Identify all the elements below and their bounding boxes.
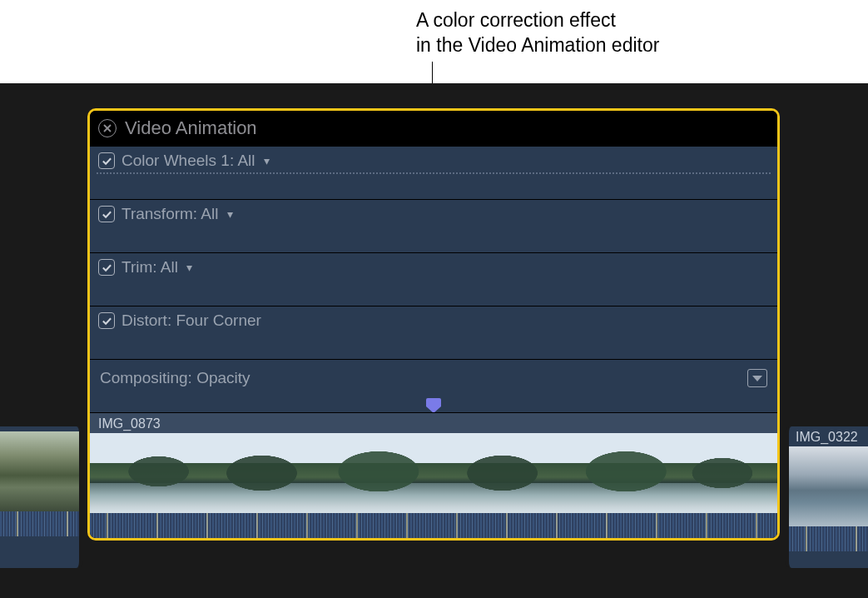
chevron-down-icon[interactable]: ▾ bbox=[186, 261, 192, 274]
clip-row[interactable]: IMG_0873 bbox=[90, 412, 777, 538]
clip-filmstrip bbox=[90, 433, 777, 513]
panel-title: Video Animation bbox=[125, 117, 257, 139]
chevron-down-icon[interactable]: ▾ bbox=[264, 154, 270, 167]
track-row-header: Trim: All ▾ bbox=[90, 253, 777, 277]
track-label: Trim: All bbox=[122, 258, 178, 277]
chevron-down-icon[interactable]: ▾ bbox=[227, 207, 233, 221]
track-label: Distort: Four Corner bbox=[122, 311, 261, 330]
track-row-header: Color Wheels 1: All ▾ bbox=[90, 147, 777, 170]
compositing-label: Compositing: Opacity bbox=[100, 369, 250, 387]
help-annotation: A color correction effect in the Video A… bbox=[416, 8, 659, 58]
track-row-transform[interactable]: Transform: All ▾ bbox=[90, 199, 777, 252]
adjacent-clip-right[interactable]: IMG_0322 bbox=[785, 426, 868, 568]
track-label: Color Wheels 1: All bbox=[122, 152, 255, 170]
adjacent-clip-left-filmstrip bbox=[0, 431, 79, 511]
track-row-distort[interactable]: Distort: Four Corner bbox=[90, 306, 777, 359]
track-row-compositing[interactable]: Compositing: Opacity bbox=[90, 359, 777, 412]
compositing-header: Compositing: Opacity bbox=[90, 360, 777, 396]
adjacent-clip-left-waveform bbox=[0, 511, 79, 536]
track-row-color-wheels[interactable]: Color Wheels 1: All ▾ bbox=[90, 146, 777, 199]
track-dotted-line bbox=[97, 172, 771, 174]
adjacent-clip-left[interactable] bbox=[0, 426, 83, 568]
keyframe-handle[interactable] bbox=[426, 398, 441, 413]
video-animation-panel: Video Animation Color Wheels 1: All ▾ Tr… bbox=[87, 108, 780, 541]
adjacent-clip-right-waveform bbox=[789, 526, 868, 551]
track-row-header: Transform: All ▾ bbox=[90, 200, 777, 223]
expand-down-icon[interactable] bbox=[747, 369, 767, 387]
panel-header: Video Animation bbox=[90, 111, 777, 146]
adjacent-clip-right-filmstrip bbox=[789, 446, 868, 526]
annotation-line-1: A color correction effect bbox=[416, 9, 616, 31]
adjacent-clip-right-label: IMG_0322 bbox=[789, 426, 868, 446]
annotation-line-2: in the Video Animation editor bbox=[416, 34, 659, 56]
close-icon[interactable] bbox=[98, 119, 117, 137]
track-checkbox[interactable] bbox=[98, 206, 115, 222]
track-checkbox[interactable] bbox=[98, 312, 115, 329]
track-checkbox[interactable] bbox=[98, 259, 115, 276]
track-row-header: Distort: Four Corner bbox=[90, 306, 777, 330]
clip-name-label: IMG_0873 bbox=[90, 413, 777, 433]
track-checkbox[interactable] bbox=[98, 152, 115, 169]
track-label: Transform: All bbox=[122, 205, 219, 223]
clip-audio-waveform bbox=[90, 513, 777, 538]
track-row-trim[interactable]: Trim: All ▾ bbox=[90, 252, 777, 306]
